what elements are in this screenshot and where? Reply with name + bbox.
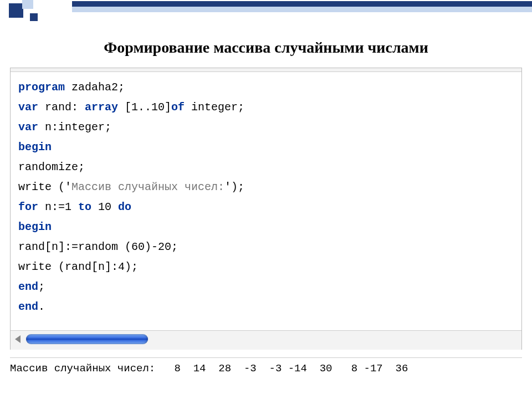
keyword: for [18, 201, 38, 213]
code-line: end; [18, 277, 514, 297]
output-label: Массив случайных чисел: [10, 362, 155, 375]
code-text: integer; [185, 101, 244, 114]
keyword: begin [18, 221, 52, 233]
code-line: begin [18, 217, 514, 237]
code-text: write (' [18, 181, 71, 193]
keyword: var [18, 101, 38, 114]
code-line: write ('Массив случайных чисел:'); [18, 177, 514, 197]
string-literal: Массив случайных чисел: [71, 181, 224, 193]
keyword: end [18, 300, 38, 313]
program-output: Массив случайных чисел: 8 14 28 -3 -3 -1… [10, 357, 522, 375]
decor-square [22, 0, 33, 9]
keyword: begin [18, 141, 52, 154]
code-line: var n:integer; [18, 117, 514, 137]
code-text: write (rand[n]:4); [18, 260, 138, 273]
keyword: do [118, 201, 131, 213]
output-values: 8 14 28 -3 -3 -14 30 8 -17 36 [155, 362, 408, 375]
code-line: for n:=1 to 10 do [18, 197, 514, 217]
code-line: begin [18, 137, 514, 157]
decor-square [30, 13, 38, 21]
code-text: rand: [38, 101, 85, 114]
code-text: [1..10] [118, 101, 171, 114]
keyword: end [18, 280, 38, 293]
code-line: randomize; [18, 157, 514, 177]
code-line: rand[n]:=random (60)-20; [18, 237, 514, 257]
decor-square [9, 3, 23, 18]
scroll-left-icon[interactable] [15, 335, 21, 343]
keyword: program [18, 81, 65, 94]
code-text: ; [38, 280, 45, 293]
horizontal-scrollbar[interactable] [11, 330, 521, 350]
page-title: Формирование массива случайными числами [0, 39, 532, 57]
code-text: '); [224, 181, 244, 193]
code-panel: program zadaha2; var rand: array [1..10]… [10, 68, 522, 350]
output-line: Массив случайных чисел: 8 14 28 -3 -3 -1… [10, 362, 522, 375]
decor-bar [72, 7, 532, 12]
code-text: 10 [91, 201, 118, 213]
code-line: program zadaha2; [18, 78, 514, 98]
code-line: var rand: array [1..10]of integer; [18, 98, 514, 117]
code-line: write (rand[n]:4); [18, 257, 514, 277]
scrollbar-thumb[interactable] [26, 334, 148, 344]
keyword: of [171, 101, 185, 114]
code-area: program zadaha2; var rand: array [1..10]… [11, 71, 521, 330]
keyword: var [18, 121, 38, 134]
decor-bar [72, 1, 532, 7]
keyword: array [85, 101, 118, 114]
code-text: zadaha2; [65, 81, 125, 94]
code-line: end. [18, 297, 514, 317]
header-decoration [0, 0, 532, 22]
code-text: rand[n]:=random (60)-20; [18, 241, 178, 253]
keyword: to [78, 201, 91, 213]
code-text: randomize; [18, 161, 85, 173]
code-text: n:integer; [38, 121, 111, 134]
code-text: n:=1 [38, 201, 78, 213]
code-text: . [38, 300, 45, 313]
